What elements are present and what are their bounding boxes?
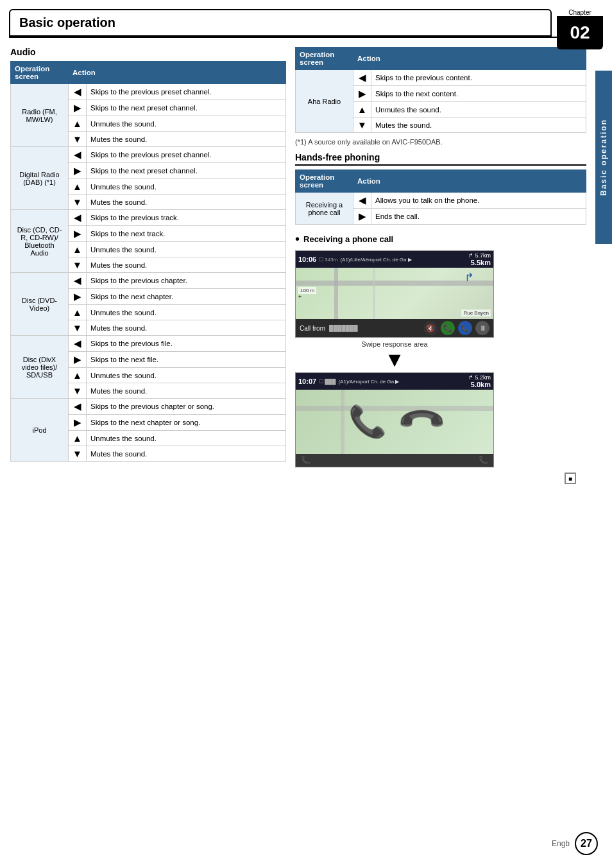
action-cell: Mutes the sound.	[87, 257, 286, 273]
arrow-cell: ◀	[69, 210, 87, 226]
arrow-cell: ▼	[69, 383, 87, 399]
page-header: Basic operation	[9, 9, 552, 37]
audio-section-title: Audio	[10, 47, 286, 57]
arrow-cell: ▼	[353, 117, 371, 133]
engb-label: Engb	[552, 839, 570, 848]
action-cell: Skips to the next preset channel.	[87, 163, 286, 179]
hf-screen-cell: Receiving aphone call	[296, 193, 353, 225]
action-cell: Unmutes the sound.	[87, 116, 286, 132]
action-cell: Skips to the next chapter.	[87, 289, 286, 305]
arrow-cell: ◀	[69, 336, 87, 352]
aha-radio-table: Operationscreen Action Aha Radio ◀ Skips…	[295, 47, 586, 133]
arrow-cell: ▶	[353, 209, 371, 225]
arrow-cell: ▶	[69, 352, 87, 368]
action-cell: Skips to the previous preset channel.	[87, 84, 286, 100]
op-screen-cell: Disc (DivXvideo files)/SD/USB	[11, 336, 69, 399]
op-screen-cell: iPod	[11, 399, 69, 462]
col-header-op-screen: Operationscreen	[11, 62, 69, 84]
arrow-cell: ▶	[69, 226, 87, 242]
chapter-label: Chapter	[557, 9, 603, 16]
swipe-arrow-icon: ▼	[295, 349, 494, 370]
table-row: Aha Radio ◀ Skips to the previous conten…	[296, 70, 586, 86]
arrow-cell: ◀	[69, 273, 87, 289]
arrow-cell: ◀	[69, 84, 87, 100]
arrow-cell: ▼	[69, 320, 87, 336]
action-cell: Mutes the sound.	[87, 195, 286, 210]
phone-call-section: • Receiving a phone call 10:06 ☐ 343m (A…	[295, 232, 586, 467]
action-cell: Unmutes the sound.	[87, 368, 286, 383]
action-cell: Unmutes the sound.	[87, 305, 286, 320]
map-screenshot-1: 10:06 ☐ 343m (A1)/Lille/Aéroport Ch. de …	[295, 250, 494, 338]
arrow-cell: ▲	[69, 116, 87, 132]
op-screen-cell: Disc (CD, CD-R, CD-RW)/BluetoothAudio	[11, 210, 69, 273]
action-cell: Unmutes the sound.	[371, 102, 586, 117]
big-accept-phone-icon: 📞	[348, 404, 387, 440]
side-label-bar: Basic operation	[595, 71, 612, 244]
table-row: Disc (CD, CD-R, CD-RW)/BluetoothAudio ◀ …	[11, 210, 286, 226]
arrow-cell: ▲	[69, 179, 87, 195]
left-column: Audio Operationscreen Action Radio (FM,M…	[10, 47, 286, 484]
map-screenshot-2: 10:07 ☐ ███ (A1)/Aéroport Ch. de Ga ▶ ↱ …	[295, 372, 494, 467]
arrow-cell: ▼	[69, 257, 87, 273]
aha-screen-cell: Aha Radio	[296, 70, 353, 133]
col-header-action: Action	[69, 62, 286, 84]
table-row: Disc (DivXvideo files)/SD/USB ◀ Skips to…	[11, 336, 286, 352]
table-row: Digital Radio(DAB) (*1) ◀ Skips to the p…	[11, 147, 286, 163]
map2-time: 10:07	[298, 378, 316, 385]
phone-call-title: Receiving a phone call	[303, 234, 393, 244]
table-row: iPod ◀ Skips to the previous chapter or …	[11, 399, 286, 415]
arrow-cell: ▲	[69, 431, 87, 446]
audio-table: Operationscreen Action Radio (FM,MW/LW) …	[10, 61, 286, 462]
arrow-cell: ◀	[353, 70, 371, 86]
op-screen-cell: Radio (FM,MW/LW)	[11, 84, 69, 147]
arrow-cell: ▲	[69, 242, 87, 257]
action-cell: Skips to the previous track.	[87, 210, 286, 226]
action-cell: Unmutes the sound.	[87, 242, 286, 257]
arrow-cell: ◀	[69, 147, 87, 163]
arrow-cell: ▶	[69, 415, 87, 431]
hf-col-action: Action	[353, 170, 586, 193]
hands-free-title: Hands-free phoning	[295, 152, 586, 166]
action-cell: Skips to the next preset channel.	[87, 100, 286, 116]
action-cell: Skips to the next file.	[87, 352, 286, 368]
op-screen-cell: Disc (DVD-Video)	[11, 273, 69, 336]
table-row: Radio (FM,MW/LW) ◀ Skips to the previous…	[11, 84, 286, 100]
arrow-cell: ▼	[69, 446, 87, 462]
call-from-label: Call from	[300, 325, 325, 332]
action-cell: Skips to the previous chapter.	[87, 273, 286, 289]
aha-col-op-screen: Operationscreen	[296, 48, 353, 70]
arrow-cell: ▲	[69, 368, 87, 383]
table-row: Receiving aphone call ◀ Allows you to ta…	[296, 193, 586, 209]
action-cell: Skips to the next chapter or song.	[87, 415, 286, 431]
arrow-cell: ▼	[69, 132, 87, 147]
chapter-number: 02	[557, 16, 603, 49]
bullet-dot: •	[295, 232, 300, 245]
action-cell: Skips to the next track.	[87, 226, 286, 242]
table-row: Disc (DVD-Video) ◀ Skips to the previous…	[11, 273, 286, 289]
arrow-cell: ▶	[69, 289, 87, 305]
page-title: Basic operation	[19, 15, 115, 30]
arrow-cell: ▲	[69, 305, 87, 320]
arrow-cell: ▶	[69, 100, 87, 116]
arrow-cell: ▲	[353, 102, 371, 117]
action-cell: Mutes the sound.	[87, 132, 286, 147]
action-cell: Unmutes the sound.	[87, 179, 286, 195]
hands-free-table: Operationscreen Action Receiving aphone …	[295, 169, 586, 225]
map1-time: 10:06	[298, 256, 316, 263]
arrow-cell: ▶	[69, 163, 87, 179]
action-cell: Mutes the sound.	[371, 117, 586, 133]
right-column: Operationscreen Action Aha Radio ◀ Skips…	[295, 47, 586, 484]
arrow-cell: ◀	[69, 399, 87, 415]
action-cell: Skips to the previous file.	[87, 336, 286, 352]
arrow-cell: ◀	[353, 193, 371, 209]
stop-icon: ■	[565, 473, 576, 484]
action-cell: Skips to the next content.	[371, 86, 586, 102]
swipe-label: Swipe response area	[295, 340, 494, 348]
action-cell: Skips to the previous preset channel.	[87, 147, 286, 163]
action-cell: Mutes the sound.	[87, 446, 286, 462]
note-text: (*1) A source only available on AVIC-F95…	[295, 138, 586, 146]
aha-col-action: Action	[353, 48, 586, 70]
action-cell: Skips to the previous content.	[371, 70, 586, 86]
action-cell: Mutes the sound.	[87, 320, 286, 336]
action-cell: Skips to the previous chapter or song.	[87, 399, 286, 415]
